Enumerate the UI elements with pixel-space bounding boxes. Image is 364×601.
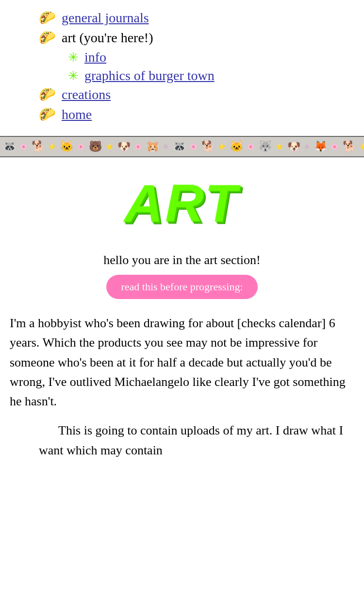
star-deco-13: ⭐ — [360, 143, 364, 150]
animal-face-10: 🐺 — [256, 137, 274, 156]
nav-link-info[interactable]: info — [84, 50, 106, 65]
animal-face-3: 🐱 — [57, 137, 76, 156]
animal-face-9: 🐱 — [227, 137, 246, 156]
animal-faces-container: 🦝 🌸 🐕 ⭐ 🐱 🌸 🐻 ⭐ 🐶 🌸 🐹 ☆ 🦝 🌸 🐕 ⭐ 🐱 🌸 🐺 ⭐ … — [0, 137, 364, 156]
nav-item-info[interactable]: ✳ info — [68, 50, 335, 65]
nav-item-home[interactable]: 🌮 home — [39, 106, 335, 122]
body-paragraph-2: This is going to contain uploads of my a… — [0, 416, 364, 465]
taco-icon-3: 🌮 — [39, 86, 56, 102]
body-paragraph-1: I'm a hobbyist who's been drawing for ab… — [0, 309, 364, 416]
animal-face-4: 🐻 — [86, 137, 104, 156]
nav-sub-art: ✳ info ✳ graphics of burger town — [39, 50, 335, 83]
star-icon-1: ✳ — [68, 50, 79, 65]
animal-face-12: 🦊 — [311, 137, 330, 156]
nav-item-art: 🌮 art (you're here!) — [39, 30, 335, 46]
star-deco-4: ⭐ — [106, 143, 113, 150]
star-icon-2: ✳ — [68, 68, 79, 83]
star-deco-6: ☆ — [163, 143, 168, 150]
star-deco-3: 🌸 — [77, 143, 84, 150]
art-page-title: ART — [124, 172, 241, 234]
star-deco-12: 🌸 — [331, 143, 338, 150]
animal-face-6: 🐹 — [143, 137, 162, 156]
star-deco-9: 🌸 — [247, 143, 254, 150]
star-deco-7: 🌸 — [190, 143, 197, 150]
animal-face-13: 🐕 — [340, 137, 358, 156]
art-title-section: ART — [0, 157, 364, 243]
nav-link-home[interactable]: home — [62, 107, 92, 122]
star-deco-8: ⭐ — [218, 143, 226, 150]
nav-link-graphics[interactable]: graphics of burger town — [84, 68, 215, 83]
nav-label-art: art (you're here!) — [62, 30, 153, 46]
hello-text: hello you are in the art section! — [10, 253, 354, 267]
nav-link-creations[interactable]: creations — [62, 87, 111, 102]
read-before-progressing-button[interactable]: read this before progressing: — [106, 275, 257, 299]
animal-face-8: 🐕 — [199, 137, 217, 156]
animal-face-11: 🐶 — [284, 137, 303, 156]
animal-face-2: 🐕 — [29, 137, 47, 156]
navigation: 🌮 general journals 🌮 art (you're here!) … — [0, 0, 364, 136]
taco-icon-1: 🌮 — [39, 10, 56, 26]
animal-face-7: 🦝 — [170, 137, 188, 156]
animal-face-5: 🐶 — [115, 137, 133, 156]
animal-strip-divider: 🦝 🌸 🐕 ⭐ 🐱 🌸 🐻 ⭐ 🐶 🌸 🐹 ☆ 🦝 🌸 🐕 ⭐ 🐱 🌸 🐺 ⭐ … — [0, 136, 364, 157]
nav-item-general-journals[interactable]: 🌮 general journals — [39, 10, 335, 26]
nav-item-creations[interactable]: 🌮 creations — [39, 86, 335, 102]
star-deco-5: 🌸 — [134, 143, 142, 150]
nav-link-general-journals[interactable]: general journals — [62, 10, 149, 26]
star-deco-1: 🌸 — [20, 143, 27, 150]
taco-icon-4: 🌮 — [39, 106, 56, 122]
star-deco-11: ☆ — [304, 143, 310, 150]
taco-icon-2: 🌮 — [39, 30, 56, 46]
star-deco-10: ⭐ — [276, 143, 283, 150]
nav-item-graphics[interactable]: ✳ graphics of burger town — [68, 68, 335, 83]
animal-face-1: 🦝 — [0, 137, 18, 156]
star-deco-2: ⭐ — [49, 143, 56, 150]
